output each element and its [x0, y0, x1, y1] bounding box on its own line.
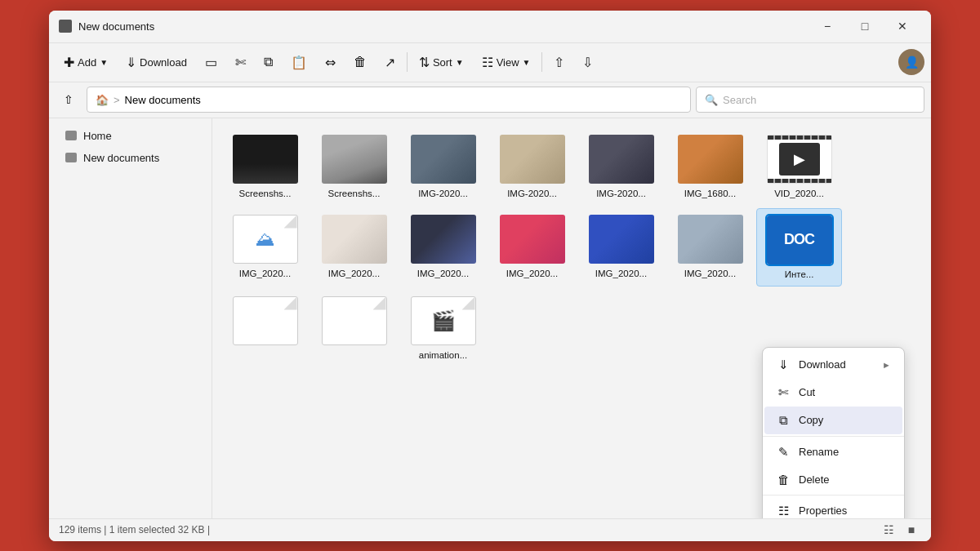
- status-bar: 129 items | 1 item selected 32 KB | ☷ ■: [49, 518, 931, 541]
- share-toolbar-button[interactable]: ↗: [376, 50, 403, 75]
- file-name: IMG_2020...: [239, 269, 291, 278]
- list-item[interactable]: Screenshs...: [222, 128, 308, 205]
- scissors-icon: ✄: [235, 55, 246, 70]
- list-item[interactable]: [222, 290, 308, 367]
- navigation-bar: ⇧ 🏠 > New documents 🔍 Search: [49, 82, 931, 118]
- context-download-label: Download: [799, 358, 846, 371]
- file-name: Screenshs...: [328, 189, 381, 198]
- file-thumbnail: 🎬: [411, 296, 476, 345]
- move-toolbar-button[interactable]: ⇔: [317, 50, 344, 75]
- list-item[interactable]: IMG_2020...: [489, 208, 575, 287]
- sort-button[interactable]: ⇅ Sort ▼: [411, 50, 472, 75]
- sidebar-item-home[interactable]: Home: [52, 125, 208, 147]
- context-cut-label: Cut: [799, 386, 815, 398]
- file-name: IMG_2020...: [595, 269, 647, 278]
- file-thumbnail: [589, 135, 654, 184]
- grid-view-button[interactable]: ■: [902, 522, 921, 538]
- animation-icon: 🎬: [431, 309, 456, 332]
- list-item[interactable]: IMG-2020...: [489, 128, 575, 205]
- add-icon: ✚: [64, 55, 74, 70]
- image-icon: ⛰: [256, 228, 275, 251]
- sort-dropdown-icon: ▼: [456, 58, 464, 67]
- file-thumbnail: [233, 135, 298, 184]
- upload-button[interactable]: ⇧: [546, 50, 572, 75]
- file-name: Screenshs...: [239, 189, 292, 198]
- download-toolbar-button[interactable]: ⇓ Download: [118, 50, 195, 75]
- context-download[interactable]: ⇓ Download ►: [764, 351, 902, 379]
- upload-icon: ⇧: [554, 55, 564, 70]
- close-button[interactable]: ✕: [884, 13, 921, 39]
- file-thumbnail: [411, 135, 476, 184]
- file-name: IMG-2020...: [507, 189, 557, 198]
- file-name: animation...: [419, 350, 467, 360]
- list-item[interactable]: ⛰ IMG_2020...: [222, 208, 308, 287]
- address-bar[interactable]: 🏠 > New documents: [87, 87, 691, 113]
- file-fold: [373, 297, 386, 310]
- file-thumbnail: ▶: [767, 135, 832, 184]
- properties-ctx-icon: ☷: [776, 504, 791, 518]
- file-thumbnail: [233, 296, 298, 345]
- list-item[interactable]: IMG_2020...: [400, 208, 486, 287]
- minimize-button[interactable]: −: [808, 13, 846, 39]
- list-item[interactable]: IMG-2020...: [400, 128, 486, 205]
- search-box[interactable]: 🔍 Search: [696, 87, 924, 113]
- move-icon: ⇔: [325, 55, 336, 70]
- file-thumbnail: [500, 135, 565, 184]
- list-item[interactable]: 🎬 animation...: [400, 290, 486, 367]
- window-title: New documents: [78, 20, 808, 33]
- status-text: 129 items | 1 item selected 32 KB |: [59, 524, 210, 535]
- rename-toolbar-button[interactable]: ▭: [197, 50, 225, 75]
- navigate-up-button[interactable]: ⇧: [56, 87, 82, 113]
- sidebar: Home New documents: [49, 118, 212, 518]
- view-button[interactable]: ☷ View ▼: [474, 50, 539, 75]
- cut-toolbar-button[interactable]: ✄: [227, 50, 254, 75]
- paste-toolbar-button[interactable]: 📋: [283, 50, 315, 75]
- share-icon: ↗: [385, 55, 395, 70]
- context-properties-label: Properties: [799, 504, 847, 517]
- file-name: IMG_2020...: [328, 269, 380, 278]
- folder-icon: [65, 153, 77, 162]
- copy-icon: ⧉: [264, 55, 273, 69]
- view-dropdown-icon: ▼: [523, 58, 531, 67]
- context-delete[interactable]: 🗑 Delete: [764, 466, 902, 493]
- file-thumbnail: DOC: [767, 216, 832, 264]
- add-button[interactable]: ✚ Add ▼: [56, 50, 116, 75]
- sidebar-item-new-documents[interactable]: New documents: [52, 147, 208, 169]
- list-item[interactable]: Screenshs...: [311, 128, 397, 205]
- file-thumbnail: [500, 215, 565, 264]
- list-item[interactable]: IMG_2020...: [667, 208, 753, 287]
- list-view-button[interactable]: ☷: [879, 522, 898, 538]
- list-item[interactable]: IMG_1680...: [667, 128, 753, 205]
- title-bar: New documents − □ ✕: [49, 11, 931, 43]
- list-item[interactable]: ▶ VID_2020...: [756, 128, 842, 205]
- context-menu-divider: [763, 436, 904, 437]
- context-copy[interactable]: ⧉ Copy: [764, 407, 902, 434]
- file-name: IMG_1680...: [684, 189, 736, 198]
- delete-toolbar-button[interactable]: 🗑: [345, 50, 375, 74]
- delete-ctx-icon: 🗑: [776, 473, 791, 487]
- download-file-button[interactable]: ⇩: [574, 50, 601, 75]
- toolbar-separator: [407, 52, 408, 72]
- context-menu: ⇓ Download ► ✄ Cut ⧉ Copy ✎ Rename: [762, 347, 905, 518]
- context-menu-divider2: [763, 495, 904, 495]
- user-avatar[interactable]: 👤: [898, 49, 924, 75]
- context-rename[interactable]: ✎ Rename: [764, 438, 902, 466]
- copy-toolbar-button[interactable]: ⧉: [256, 50, 281, 74]
- home-folder-icon: [65, 131, 77, 140]
- add-dropdown-icon: ▼: [100, 58, 108, 67]
- list-item[interactable]: IMG_2020...: [311, 208, 397, 287]
- context-properties[interactable]: ☷ Properties: [764, 497, 902, 518]
- list-item[interactable]: IMG-2020...: [578, 128, 664, 205]
- window-controls: − □ ✕: [808, 13, 921, 39]
- maximize-button[interactable]: □: [846, 13, 884, 39]
- list-item[interactable]: DOC Инте...: [756, 208, 842, 287]
- list-item[interactable]: [311, 290, 397, 367]
- file-fold: [462, 297, 475, 310]
- submenu-arrow-icon: ►: [882, 360, 891, 370]
- search-icon: 🔍: [705, 94, 718, 106]
- file-thumbnail: ⛰: [233, 215, 298, 264]
- window-icon: [59, 20, 72, 33]
- context-cut[interactable]: ✄ Cut: [764, 379, 902, 407]
- list-item[interactable]: IMG_2020...: [578, 208, 664, 287]
- download-ctx-icon: ⇓: [776, 358, 791, 372]
